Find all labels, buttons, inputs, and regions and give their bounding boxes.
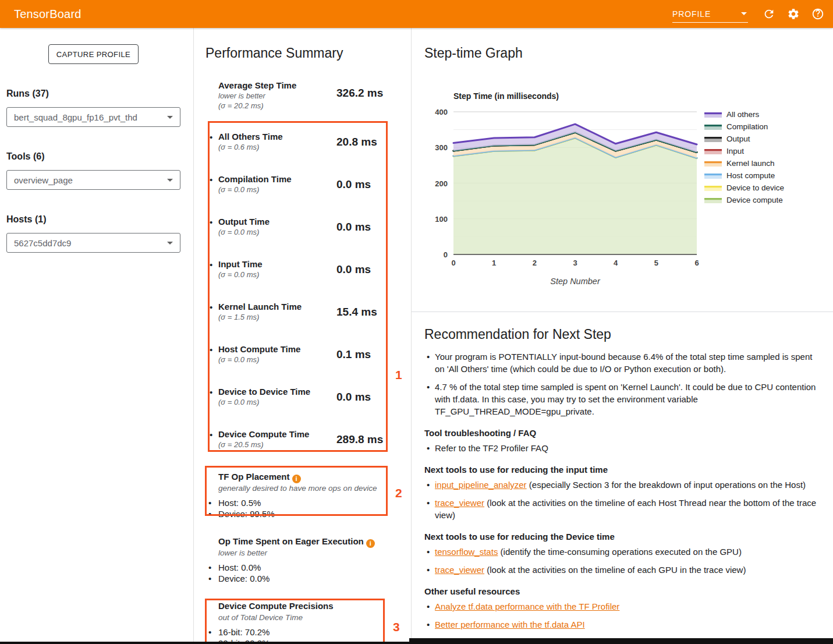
recommendation-item: Refer to the TF2 Profiler FAQ	[424, 442, 820, 454]
performance-summary-panel: Performance Summary Average Step Timelow…	[194, 28, 412, 644]
legend-swatch-fill	[704, 139, 722, 142]
y-tick-label: 300	[435, 143, 448, 152]
legend-swatch-line	[704, 186, 722, 187]
hosts-select[interactable]: 5627c5dd7dc9	[6, 233, 180, 253]
legend-label: Host compute	[726, 171, 775, 180]
x-tick-label: 6	[694, 259, 699, 267]
legend-swatch-line	[704, 149, 722, 151]
recommendation-text: (identify the time-consuming operations …	[498, 547, 742, 557]
step-time-chart: Step Time (in milliseconds)0100200300400…	[412, 86, 833, 307]
y-tick-label: 200	[435, 179, 448, 188]
legend-label: Output	[726, 135, 750, 143]
hosts-label: Hosts (1)	[6, 214, 46, 225]
legend-swatch-line	[704, 137, 722, 139]
legend-swatch-fill	[704, 114, 722, 118]
recommendation-item: Analyze tf.data performance with the TF …	[424, 600, 820, 613]
area-device-compute	[453, 138, 697, 254]
legend-swatch-line	[704, 161, 722, 163]
annotation-box-3	[205, 599, 385, 644]
recommendation-link[interactable]: trace_viewer	[435, 498, 484, 508]
metric-value: 326.2 ms	[336, 87, 383, 100]
x-tick-label: 2	[533, 259, 537, 267]
chevron-down-icon	[167, 116, 173, 119]
recommendation-text: Refer to the TF2 Profiler FAQ	[435, 443, 548, 453]
legend-swatch-line	[704, 125, 722, 126]
annotation-number-1: 1	[395, 368, 402, 382]
legend-swatch-line	[704, 198, 722, 200]
legend-label: Device compute	[726, 196, 783, 204]
chevron-down-icon	[741, 12, 747, 15]
list-item: Device: 0.0%	[208, 573, 270, 584]
annotation-number-2: 2	[395, 486, 402, 500]
recommendation-item: trace_viewer (look at the activities on …	[424, 497, 820, 521]
recommendation-link[interactable]: Better performance with the tf.data API	[435, 620, 585, 629]
recommendation-text: (look at the activities on the timeline …	[435, 498, 816, 520]
metric-subtitle: lower is better	[218, 91, 332, 101]
legend-swatch-fill	[704, 151, 722, 154]
recommendation-heading: Tool troubleshooting / FAQ	[424, 427, 820, 439]
tools-label: Tools (6)	[6, 151, 44, 162]
recommendation-link[interactable]: input_pipeline_analyzer	[435, 480, 527, 490]
dashboard-selector-value: PROFILE	[672, 9, 711, 19]
recommendation-item: Your program is POTENTIALLY input-bound …	[424, 351, 820, 375]
gear-icon[interactable]	[786, 7, 800, 21]
x-tick-label: 5	[654, 259, 658, 267]
recommendation-text: (especially Section 3 for the breakdown …	[527, 480, 806, 490]
performance-summary-title: Performance Summary	[205, 45, 343, 61]
recommendation-text: Your program is POTENTIALLY input-bound …	[435, 352, 812, 374]
legend-swatch-fill	[704, 163, 722, 167]
legend-swatch-fill	[704, 126, 722, 130]
recommendation-heading: Next tools to use for reducing the Devic…	[424, 531, 820, 543]
x-axis-label: Step Number	[550, 277, 601, 286]
recommendation-link[interactable]: tensorflow_stats	[435, 547, 498, 557]
recommendation-title: Recommendation for Next Step	[424, 327, 820, 342]
legend-label: Compilation	[726, 122, 768, 131]
chevron-down-icon	[167, 242, 173, 245]
recommendation-heading: Other useful resources	[424, 586, 820, 597]
y-tick-label: 100	[435, 215, 448, 224]
step-time-graph-title: Step-time Graph	[424, 45, 523, 61]
recommendation-item: 4.7 % of the total step time sampled is …	[424, 381, 820, 417]
x-tick-label: 1	[492, 259, 496, 267]
step-time-graph-panel: Step-time Graph Step Time (in millisecon…	[412, 28, 833, 644]
list-item: Host: 0.0%	[208, 562, 270, 573]
legend-label: All others	[726, 110, 760, 119]
tools-select[interactable]: overview_page	[6, 170, 180, 190]
metric-sigma: (σ = 20.2 ms)	[218, 101, 332, 111]
recommendation-item: input_pipeline_analyzer (especially Sect…	[424, 479, 820, 491]
recommendation-link[interactable]: trace_viewer	[435, 565, 484, 575]
app-header: TensorBoard PROFILE	[0, 0, 833, 28]
tools-select-value: overview_page	[14, 175, 73, 185]
y-tick-label: 0	[444, 250, 448, 259]
eager-execution-subtitle: lower is better	[218, 549, 267, 557]
hosts-select-value: 5627c5dd7dc9	[14, 238, 71, 248]
recommendation-item: trace_viewer (look at the activities on …	[424, 564, 820, 576]
info-icon[interactable]: i	[366, 539, 375, 548]
legend-label: Kernel launch	[726, 159, 775, 168]
x-tick-label: 4	[614, 259, 618, 267]
y-tick-label: 400	[435, 108, 448, 116]
metric-label: Average Step Timelower is better(σ = 20.…	[218, 80, 332, 111]
capture-profile-button[interactable]: CAPTURE PROFILE	[48, 44, 139, 64]
sidebar: CAPTURE PROFILE Runs (37) bert_squad_8gp…	[0, 28, 194, 644]
annotation-box-2	[205, 466, 388, 516]
recommendation-blocks: Your program is POTENTIALLY input-bound …	[424, 351, 820, 631]
x-tick-label: 3	[573, 259, 577, 267]
chart-title: Step Time (in milliseconds)	[453, 91, 559, 101]
tensorboard-app: TensorBoard PROFILE CAPTURE PROFILE Runs…	[0, 0, 833, 644]
legend-swatch-fill	[704, 187, 722, 191]
legend-swatch-line	[704, 174, 722, 175]
legend-swatch-fill	[704, 175, 722, 179]
runs-label: Runs (37)	[6, 89, 49, 99]
recommendation-link[interactable]: Analyze tf.data performance with the TF …	[435, 601, 619, 611]
chevron-down-icon	[167, 179, 173, 182]
dashboard-selector[interactable]: PROFILE	[672, 5, 748, 23]
help-icon[interactable]	[811, 7, 825, 21]
eager-execution-title: Op Time Spent on Eager Executioni	[218, 536, 375, 548]
annotation-box-1	[208, 121, 388, 452]
runs-select[interactable]: bert_squad_8gpu_fp16_pvt_thd	[6, 107, 180, 127]
annotation-number-3: 3	[393, 620, 400, 634]
recommendation-item: tensorflow_stats (identify the time-cons…	[424, 546, 820, 558]
recommendation-panel: Recommendation for Next Step Your progra…	[412, 312, 833, 636]
refresh-icon[interactable]	[762, 7, 776, 21]
